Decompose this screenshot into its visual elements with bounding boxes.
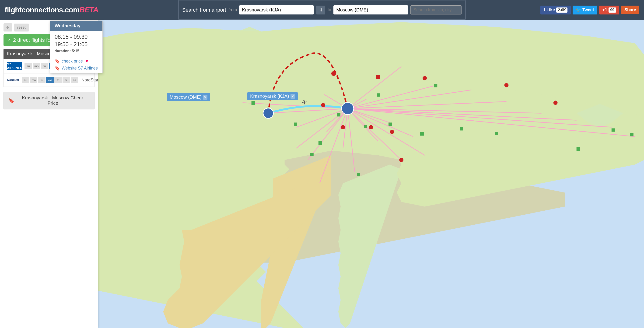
svg-rect-32 (377, 93, 380, 96)
svg-rect-38 (310, 153, 314, 156)
popup-website-link[interactable]: 🔖 Website S7 Airlines (54, 66, 98, 71)
svg-rect-36 (460, 127, 463, 130)
map-tool-button[interactable]: ✈ (4, 23, 12, 32)
svg-rect-39 (294, 122, 297, 126)
search-label: Search from airport (182, 7, 226, 13)
popup-time2: 19:50 - 21:05 (54, 41, 98, 48)
popup-check-price-link[interactable]: 🔖 check price ♥ (54, 58, 98, 64)
search-bar: Search from airport from ⇅ to (178, 0, 466, 20)
check-price-label: Krasnoyarsk - Moscow Check Price (16, 95, 90, 106)
svg-point-51 (321, 103, 325, 107)
svg-rect-31 (364, 125, 367, 128)
reset-button[interactable]: reset (14, 24, 29, 32)
facebook-button[interactable]: f Like 2.6K (540, 6, 571, 14)
googleplus-count: 99 (608, 8, 616, 12)
svg-point-47 (504, 83, 508, 87)
twitter-label: Tweet (582, 8, 594, 12)
facebook-label: Like (546, 8, 555, 12)
popup-time1: 08:15 - 09:30 (54, 34, 98, 40)
svg-point-27 (342, 102, 354, 114)
popup-duration: duration: 5:15 (54, 49, 98, 53)
svg-rect-34 (420, 132, 424, 136)
nordstar-day-sa[interactable]: sa (71, 77, 78, 83)
popup-website-text: Website S7 Airlines (62, 66, 98, 71)
map-svg: ✈ (98, 20, 644, 328)
svg-rect-43 (357, 173, 360, 176)
svg-rect-37 (495, 132, 498, 135)
nordstar-logo: NordStar (7, 76, 19, 84)
s7-day-tu[interactable]: tu (41, 63, 48, 69)
svg-point-53 (390, 130, 394, 134)
nordstar-day-mo[interactable]: mo (30, 77, 37, 83)
svg-point-52 (399, 158, 404, 162)
nordstar-day-su[interactable]: su (22, 77, 29, 83)
swap-button[interactable]: ⇅ (316, 6, 325, 14)
from-label: from (228, 8, 237, 12)
googleplus-label: +1 (602, 8, 607, 12)
to-airport-input[interactable] (334, 5, 408, 14)
svg-point-26 (263, 108, 274, 118)
s7-logo: S7 AIRLINES (7, 62, 22, 70)
popup-actions: 🔖 check price ♥ 🔖 Website S7 Airlines (50, 56, 102, 73)
map-area: ✈ Mosc (98, 20, 644, 328)
googleplus-button[interactable]: +1 99 (599, 6, 619, 14)
moscow-close-button[interactable]: × (203, 95, 208, 100)
to-label: to (328, 8, 331, 12)
krasnoyarsk-close-button[interactable]: × (290, 94, 295, 99)
nordstar-day-th[interactable]: th (54, 77, 62, 83)
logo: flightconnections.comBETA (5, 6, 98, 14)
moscow-label-text: Moscow (DME) (170, 94, 202, 100)
logo-beta: BETA (79, 6, 98, 14)
from-airport-input[interactable] (239, 5, 314, 14)
flight-popup: Wednesday 08:15 - 09:30 19:50 - 21:05 du… (50, 20, 103, 73)
popup-duration-label: duration: (54, 49, 71, 53)
zip-city-input[interactable] (410, 5, 462, 14)
svg-rect-29 (318, 141, 322, 145)
header: flightconnections.comBETA Search from ai… (0, 0, 644, 20)
krasnoyarsk-label-text: Krasnoyarsk (KJA) (250, 94, 289, 99)
svg-rect-35 (434, 84, 437, 87)
svg-point-44 (331, 71, 336, 76)
facebook-icon: f (544, 8, 545, 12)
nordstar-day-fr[interactable]: fr (62, 77, 70, 83)
svg-point-48 (554, 100, 558, 105)
popup-day-header: Wednesday (50, 21, 102, 31)
route-label: Krasnoyarsk - Moscow (7, 51, 54, 56)
svg-rect-30 (337, 113, 340, 116)
svg-rect-33 (388, 122, 392, 126)
popup-check-price-text: check price (62, 59, 83, 64)
twitter-icon: 🐦 (576, 8, 581, 12)
nordstar-day-selector: su mo tu we th fr sa (22, 77, 78, 83)
nordstar-day-tu[interactable]: tu (38, 77, 46, 83)
check-icon: ✓ (7, 37, 11, 43)
moscow-label: Moscow (DME) × (167, 93, 210, 101)
check-price-icon: 🔖 (8, 98, 14, 103)
svg-rect-40 (576, 147, 580, 151)
popup-check-price-icon: 🔖 (54, 58, 60, 64)
popup-heart-icon: ♥ (86, 59, 88, 64)
svg-rect-42 (630, 133, 634, 136)
svg-point-46 (422, 76, 427, 80)
twitter-button[interactable]: 🐦 Tweet (572, 6, 597, 14)
popup-duration-value: 5:15 (72, 49, 79, 53)
krasnoyarsk-label: Krasnoyarsk (KJA) × (247, 92, 298, 100)
s7-day-su[interactable]: su (24, 63, 32, 69)
nordstar-day-we[interactable]: we (46, 77, 54, 83)
svg-rect-41 (612, 128, 615, 132)
popup-body: 08:15 - 09:30 19:50 - 21:05 duration: 5:… (50, 31, 102, 56)
share-button[interactable]: Share (621, 6, 639, 14)
popup-website-icon: 🔖 (54, 66, 60, 71)
svg-point-50 (341, 125, 345, 129)
share-label: Share (624, 8, 636, 12)
svg-rect-28 (252, 101, 255, 105)
social-bar: f Like 2.6K 🐦 Tweet +1 99 Share (540, 6, 639, 14)
nordstar-row: NordStar su mo tu we th fr sa NordStar (4, 74, 94, 87)
nordstar-airline-name: NordStar (82, 78, 98, 82)
svg-point-49 (369, 125, 373, 129)
svg-point-45 (376, 75, 380, 79)
s7-day-mo[interactable]: mo (33, 63, 40, 69)
facebook-count: 2.6K (556, 8, 568, 12)
check-price-button[interactable]: 🔖 Krasnoyarsk - Moscow Check Price (4, 92, 94, 110)
